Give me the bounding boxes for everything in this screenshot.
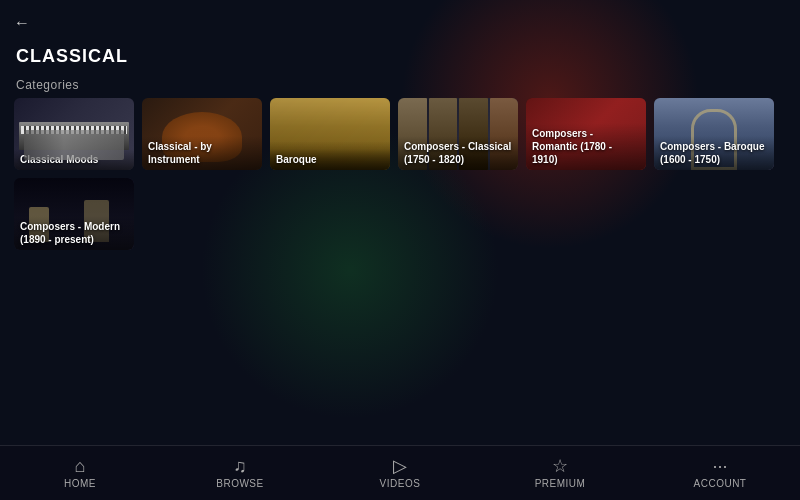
categories-label: Categories <box>16 78 79 92</box>
nav-item-premium[interactable]: ☆ PREMIUM <box>530 457 590 489</box>
account-label: ACCOUNT <box>694 478 747 489</box>
home-label: HOME <box>64 478 96 489</box>
browse-label: BROWSE <box>216 478 263 489</box>
category-card-baroque[interactable]: Baroque <box>270 98 390 170</box>
premium-label: PREMIUM <box>535 478 586 489</box>
premium-icon: ☆ <box>552 457 568 475</box>
thumb-piano <box>19 122 129 150</box>
category-card-composers-classical[interactable]: Composers - Classical (1750 - 1820) <box>398 98 518 170</box>
nav-item-home[interactable]: ⌂ HOME <box>50 457 110 489</box>
account-icon: ··· <box>712 457 727 475</box>
category-card-by-instrument[interactable]: Classical - by Instrument <box>142 98 262 170</box>
card-label-composers-modern: Composers - Modern (1890 - present) <box>14 216 134 250</box>
card-label-composers-classical: Composers - Classical (1750 - 1820) <box>398 136 518 170</box>
nav-item-videos[interactable]: ▷ VIDEOS <box>370 457 430 489</box>
videos-label: VIDEOS <box>380 478 421 489</box>
card-label-composers-romantic: Composers - Romantic (1780 - 1910) <box>526 123 646 170</box>
card-label-classical-moods: Classical Moods <box>14 149 134 170</box>
bottom-nav: ⌂ HOME ♫ BROWSE ▷ VIDEOS ☆ PREMIUM ··· A… <box>0 445 800 500</box>
nav-item-browse[interactable]: ♫ BROWSE <box>210 457 270 489</box>
nav-item-account[interactable]: ··· ACCOUNT <box>690 457 750 489</box>
category-card-composers-modern[interactable]: Composers - Modern (1890 - present) <box>14 178 134 250</box>
home-icon: ⌂ <box>75 457 86 475</box>
category-card-composers-baroque[interactable]: Composers - Baroque (1600 - 1750) <box>654 98 774 170</box>
page-title: CLASSICAL <box>16 46 128 67</box>
videos-icon: ▷ <box>393 457 407 475</box>
card-label-baroque: Baroque <box>270 149 390 170</box>
card-label-composers-baroque: Composers - Baroque (1600 - 1750) <box>654 136 774 170</box>
card-bg-classical-moods <box>14 98 134 170</box>
card-label-by-instrument: Classical - by Instrument <box>142 136 262 170</box>
back-button[interactable]: ← <box>14 14 30 32</box>
category-card-classical-moods[interactable]: Classical Moods <box>14 98 134 170</box>
category-card-composers-romantic[interactable]: Composers - Romantic (1780 - 1910) <box>526 98 646 170</box>
browse-icon: ♫ <box>233 457 247 475</box>
categories-grid: Classical MoodsClassical - by Instrument… <box>14 98 786 250</box>
